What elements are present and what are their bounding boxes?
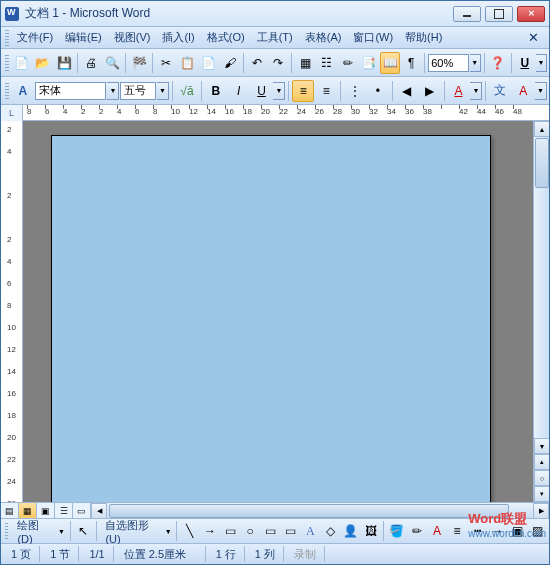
indent-button[interactable]: ▶ [419, 80, 441, 102]
columns-button[interactable]: ☷ [316, 52, 336, 74]
menu-insert[interactable]: 插入(I) [156, 28, 200, 47]
grip-handle[interactable] [5, 55, 9, 71]
paste-button[interactable]: 📄 [199, 52, 219, 74]
reading-view-button[interactable]: ▭ [73, 503, 91, 519]
menu-help[interactable]: 帮助(H) [399, 28, 448, 47]
zoom-field[interactable]: 60% [428, 54, 469, 72]
phonetic-button[interactable]: √ā [176, 80, 198, 102]
shadow-button[interactable]: ▣ [508, 520, 527, 542]
menu-view[interactable]: 视图(V) [108, 28, 157, 47]
table-button[interactable]: ▦ [295, 52, 315, 74]
font-color-button[interactable]: A [427, 520, 446, 542]
underline-dropdown[interactable]: ▼ [273, 82, 285, 100]
prev-page-button[interactable]: ▴ [534, 454, 549, 470]
3d-button[interactable]: ▨ [528, 520, 547, 542]
drawing-menu[interactable]: 绘图(D) [11, 516, 55, 547]
rectangle-button[interactable]: ▭ [220, 520, 239, 542]
arrow-button[interactable]: → [200, 520, 219, 542]
drawing-dropdown[interactable]: ▼ [56, 522, 66, 540]
overflow-dropdown[interactable]: ▼ [536, 54, 547, 72]
fill-color-button[interactable]: 🪣 [387, 520, 406, 542]
font-size-dropdown[interactable]: ▼ [157, 82, 169, 100]
copy-button[interactable]: 📋 [178, 52, 198, 74]
document-area[interactable] [23, 121, 533, 502]
font-name-field[interactable]: 宋体 [35, 82, 107, 100]
line-color-button[interactable]: ✏ [407, 520, 426, 542]
arrow-style-button[interactable]: → [488, 520, 507, 542]
styles-button[interactable]: A [12, 80, 34, 102]
font-color-dropdown[interactable]: ▼ [470, 82, 482, 100]
underline-button[interactable]: U [515, 52, 535, 74]
italic-button[interactable]: I [228, 80, 250, 102]
next-page-button[interactable]: ▾ [534, 486, 549, 502]
scroll-up-button[interactable]: ▲ [534, 121, 549, 137]
horizontal-scrollbar[interactable]: ◀ ▶ [91, 503, 549, 518]
show-marks-button[interactable]: ¶ [401, 52, 421, 74]
vertical-textbox-button[interactable]: ▭ [281, 520, 300, 542]
diagram-button[interactable]: ◇ [321, 520, 340, 542]
status-record[interactable]: 录制 [286, 546, 325, 562]
line-button[interactable]: ╲ [180, 520, 199, 542]
save-button[interactable]: 💾 [54, 52, 74, 74]
undo-button[interactable]: ↶ [247, 52, 267, 74]
minimize-button[interactable] [453, 6, 481, 22]
redo-button[interactable]: ↷ [268, 52, 288, 74]
reading-layout-button[interactable]: 📖 [380, 52, 400, 74]
menu-table[interactable]: 表格(A) [299, 28, 348, 47]
autoshapes-menu[interactable]: 自选图形(U) [99, 516, 162, 547]
grip-handle[interactable] [5, 83, 9, 99]
bullet-list-button[interactable]: • [367, 80, 389, 102]
menu-tools[interactable]: 工具(T) [251, 28, 299, 47]
scroll-left-button[interactable]: ◀ [91, 503, 107, 519]
menu-edit[interactable]: 编辑(E) [59, 28, 108, 47]
docmap-button[interactable]: 📑 [359, 52, 379, 74]
scroll-down-button[interactable]: ▼ [534, 438, 549, 454]
preview-button[interactable]: 🔍 [102, 52, 122, 74]
close-doc-button[interactable]: ✕ [520, 30, 547, 45]
align-left-button[interactable]: ≡ [292, 80, 314, 102]
zoom-dropdown[interactable]: ▼ [470, 54, 481, 72]
open-button[interactable]: 📂 [33, 52, 53, 74]
cut-button[interactable]: ✂ [156, 52, 176, 74]
research-button[interactable]: 🏁 [129, 52, 149, 74]
underline-button[interactable]: U [251, 80, 273, 102]
picture-button[interactable]: 🖼 [361, 520, 380, 542]
vertical-scrollbar[interactable]: ▲ ▼ ▴ ○ ▾ [533, 121, 549, 502]
char-shading-button[interactable]: A [512, 80, 534, 102]
close-button[interactable] [517, 6, 545, 22]
document-page[interactable] [51, 135, 491, 502]
format-painter-button[interactable]: 🖌 [220, 52, 240, 74]
select-objects-button[interactable]: ↖ [73, 520, 92, 542]
print-button[interactable]: 🖨 [81, 52, 101, 74]
autoshapes-dropdown[interactable]: ▼ [163, 522, 173, 540]
align-center-button[interactable]: ≡ [315, 80, 337, 102]
new-doc-button[interactable]: 📄 [12, 52, 32, 74]
font-color-button[interactable]: A [448, 80, 470, 102]
scroll-thumb[interactable] [109, 504, 509, 518]
clipart-button[interactable]: 👤 [341, 520, 360, 542]
help-button[interactable]: ❓ [488, 52, 508, 74]
overflow-dropdown[interactable]: ▼ [535, 82, 547, 100]
menu-window[interactable]: 窗口(W) [347, 28, 399, 47]
ruler-corner[interactable]: L [1, 105, 23, 121]
grip-handle[interactable] [5, 523, 8, 539]
outline-view-button[interactable]: ☰ [55, 503, 73, 519]
scroll-right-button[interactable]: ▶ [533, 503, 549, 519]
outdent-button[interactable]: ◀ [396, 80, 418, 102]
line-style-button[interactable]: ≡ [448, 520, 467, 542]
font-name-dropdown[interactable]: ▼ [107, 82, 119, 100]
browse-object-button[interactable]: ○ [534, 470, 549, 486]
font-size-field[interactable]: 五号 [120, 82, 156, 100]
menu-file[interactable]: 文件(F) [11, 28, 59, 47]
menu-format[interactable]: 格式(O) [201, 28, 251, 47]
horizontal-ruler[interactable]: L 86422468101214161820222426283032343638… [1, 105, 549, 121]
dash-style-button[interactable]: ┅ [468, 520, 487, 542]
drawing-button[interactable]: ✏ [338, 52, 358, 74]
title-bar[interactable]: 文档 1 - Microsoft Word [1, 1, 549, 27]
maximize-button[interactable] [485, 6, 513, 22]
textbox-button[interactable]: ▭ [261, 520, 280, 542]
char-scaling-button[interactable]: 文 [489, 80, 511, 102]
scroll-thumb[interactable] [535, 138, 549, 188]
vertical-ruler[interactable]: 2422468101214161820222426 [1, 121, 23, 502]
wordart-button[interactable]: A [301, 520, 320, 542]
